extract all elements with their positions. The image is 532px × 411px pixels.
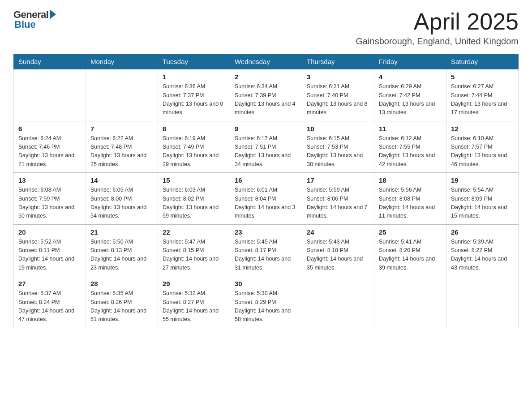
day-info: Sunrise: 5:47 AM Sunset: 8:15 PM Dayligh… <box>163 238 225 273</box>
day-info: Sunrise: 6:29 AM Sunset: 7:42 PM Dayligh… <box>379 82 442 117</box>
day-info: Sunrise: 5:52 AM Sunset: 8:11 PM Dayligh… <box>18 238 81 273</box>
day-number: 24 <box>307 228 369 236</box>
day-number: 2 <box>235 73 297 81</box>
calendar-cell: 25Sunrise: 5:41 AM Sunset: 8:20 PM Dayli… <box>374 224 446 276</box>
day-number: 12 <box>451 125 514 133</box>
day-info: Sunrise: 6:10 AM Sunset: 7:57 PM Dayligh… <box>451 134 514 169</box>
calendar-cell: 21Sunrise: 5:50 AM Sunset: 8:13 PM Dayli… <box>86 224 158 276</box>
logo: General Blue <box>13 9 56 30</box>
calendar-cell: 17Sunrise: 5:59 AM Sunset: 8:06 PM Dayli… <box>302 173 374 225</box>
calendar-cell: 26Sunrise: 5:39 AM Sunset: 8:22 PM Dayli… <box>446 224 519 276</box>
calendar-cell: 4Sunrise: 6:29 AM Sunset: 7:42 PM Daylig… <box>374 69 446 121</box>
logo-arrow-icon <box>50 9 56 19</box>
title-area: April 2025 Gainsborough, England, United… <box>356 9 519 47</box>
location-title: Gainsborough, England, United Kingdom <box>356 36 519 47</box>
day-info: Sunrise: 6:34 AM Sunset: 7:39 PM Dayligh… <box>235 82 297 117</box>
calendar-cell: 3Sunrise: 6:31 AM Sunset: 7:40 PM Daylig… <box>302 69 374 121</box>
calendar-cell: 30Sunrise: 5:30 AM Sunset: 8:29 PM Dayli… <box>230 276 302 328</box>
calendar-cell: 5Sunrise: 6:27 AM Sunset: 7:44 PM Daylig… <box>446 69 519 121</box>
day-info: Sunrise: 6:15 AM Sunset: 7:53 PM Dayligh… <box>307 134 369 169</box>
day-number: 21 <box>90 228 153 236</box>
calendar-cell: 24Sunrise: 5:43 AM Sunset: 8:18 PM Dayli… <box>302 224 374 276</box>
calendar-header-row: SundayMondayTuesdayWednesdayThursdayFrid… <box>14 54 519 69</box>
day-info: Sunrise: 5:35 AM Sunset: 8:26 PM Dayligh… <box>90 289 153 324</box>
calendar-cell: 18Sunrise: 5:56 AM Sunset: 8:08 PM Dayli… <box>374 173 446 225</box>
calendar-cell: 16Sunrise: 6:01 AM Sunset: 8:04 PM Dayli… <box>230 173 302 225</box>
day-number: 7 <box>90 125 153 133</box>
day-number: 22 <box>163 228 225 236</box>
calendar-cell: 23Sunrise: 5:45 AM Sunset: 8:17 PM Dayli… <box>230 224 302 276</box>
day-info: Sunrise: 5:50 AM Sunset: 8:13 PM Dayligh… <box>90 238 153 273</box>
day-info: Sunrise: 6:17 AM Sunset: 7:51 PM Dayligh… <box>235 134 297 169</box>
day-number: 20 <box>18 228 81 236</box>
header-wednesday: Wednesday <box>230 54 302 69</box>
day-number: 30 <box>235 280 297 287</box>
header-friday: Friday <box>374 54 446 69</box>
day-info: Sunrise: 6:19 AM Sunset: 7:49 PM Dayligh… <box>163 134 225 169</box>
calendar-cell: 8Sunrise: 6:19 AM Sunset: 7:49 PM Daylig… <box>158 121 230 173</box>
month-title: April 2025 <box>356 9 519 34</box>
day-number: 14 <box>90 176 153 184</box>
header-tuesday: Tuesday <box>158 54 230 69</box>
day-number: 25 <box>379 228 442 236</box>
day-number: 26 <box>451 228 514 236</box>
calendar-cell: 6Sunrise: 6:24 AM Sunset: 7:46 PM Daylig… <box>14 121 86 173</box>
calendar-cell: 14Sunrise: 6:05 AM Sunset: 8:00 PM Dayli… <box>86 173 158 225</box>
day-number: 3 <box>307 73 369 81</box>
calendar-week-row: 1Sunrise: 6:36 AM Sunset: 7:37 PM Daylig… <box>14 69 519 121</box>
calendar-cell <box>14 69 86 121</box>
day-number: 15 <box>163 176 225 184</box>
logo-blue-text: Blue <box>14 19 36 30</box>
calendar-cell: 10Sunrise: 6:15 AM Sunset: 7:53 PM Dayli… <box>302 121 374 173</box>
calendar-cell: 15Sunrise: 6:03 AM Sunset: 8:02 PM Dayli… <box>158 173 230 225</box>
calendar-cell: 28Sunrise: 5:35 AM Sunset: 8:26 PM Dayli… <box>86 276 158 328</box>
day-info: Sunrise: 5:45 AM Sunset: 8:17 PM Dayligh… <box>235 238 297 273</box>
calendar-cell: 13Sunrise: 6:08 AM Sunset: 7:59 PM Dayli… <box>14 173 86 225</box>
calendar-cell: 7Sunrise: 6:22 AM Sunset: 7:48 PM Daylig… <box>86 121 158 173</box>
header-saturday: Saturday <box>446 54 519 69</box>
day-number: 5 <box>451 73 514 81</box>
header-thursday: Thursday <box>302 54 374 69</box>
day-info: Sunrise: 6:36 AM Sunset: 7:37 PM Dayligh… <box>163 82 225 117</box>
calendar-cell: 29Sunrise: 5:32 AM Sunset: 8:27 PM Dayli… <box>158 276 230 328</box>
page-header: General Blue April 2025 Gainsborough, En… <box>13 9 519 47</box>
day-info: Sunrise: 5:56 AM Sunset: 8:08 PM Dayligh… <box>379 186 442 221</box>
day-info: Sunrise: 6:24 AM Sunset: 7:46 PM Dayligh… <box>18 134 81 169</box>
calendar-cell: 1Sunrise: 6:36 AM Sunset: 7:37 PM Daylig… <box>158 69 230 121</box>
day-number: 9 <box>235 125 297 133</box>
calendar-cell: 22Sunrise: 5:47 AM Sunset: 8:15 PM Dayli… <box>158 224 230 276</box>
day-number: 6 <box>18 125 81 133</box>
day-info: Sunrise: 5:41 AM Sunset: 8:20 PM Dayligh… <box>379 238 442 273</box>
day-number: 1 <box>163 73 225 81</box>
calendar-cell <box>374 276 446 328</box>
day-number: 18 <box>379 176 442 184</box>
day-info: Sunrise: 5:59 AM Sunset: 8:06 PM Dayligh… <box>307 186 369 221</box>
day-info: Sunrise: 6:27 AM Sunset: 7:44 PM Dayligh… <box>451 82 514 117</box>
day-info: Sunrise: 5:54 AM Sunset: 8:09 PM Dayligh… <box>451 186 514 221</box>
calendar-table: SundayMondayTuesdayWednesdayThursdayFrid… <box>13 54 519 328</box>
calendar-cell <box>446 276 519 328</box>
day-number: 17 <box>307 176 369 184</box>
calendar-cell: 27Sunrise: 5:37 AM Sunset: 8:24 PM Dayli… <box>14 276 86 328</box>
day-info: Sunrise: 5:37 AM Sunset: 8:24 PM Dayligh… <box>18 289 81 324</box>
header-sunday: Sunday <box>14 54 86 69</box>
day-info: Sunrise: 6:31 AM Sunset: 7:40 PM Dayligh… <box>307 82 369 117</box>
day-info: Sunrise: 6:08 AM Sunset: 7:59 PM Dayligh… <box>18 186 81 221</box>
calendar-cell <box>302 276 374 328</box>
calendar-cell: 11Sunrise: 6:12 AM Sunset: 7:55 PM Dayli… <box>374 121 446 173</box>
calendar-cell: 19Sunrise: 5:54 AM Sunset: 8:09 PM Dayli… <box>446 173 519 225</box>
calendar-week-row: 6Sunrise: 6:24 AM Sunset: 7:46 PM Daylig… <box>14 121 519 173</box>
calendar-cell <box>86 69 158 121</box>
day-number: 16 <box>235 176 297 184</box>
day-info: Sunrise: 6:22 AM Sunset: 7:48 PM Dayligh… <box>90 134 153 169</box>
day-info: Sunrise: 6:01 AM Sunset: 8:04 PM Dayligh… <box>235 186 297 221</box>
header-monday: Monday <box>86 54 158 69</box>
day-number: 23 <box>235 228 297 236</box>
day-number: 10 <box>307 125 369 133</box>
calendar-week-row: 13Sunrise: 6:08 AM Sunset: 7:59 PM Dayli… <box>14 173 519 225</box>
day-number: 11 <box>379 125 442 133</box>
day-number: 29 <box>163 280 225 287</box>
calendar-cell: 12Sunrise: 6:10 AM Sunset: 7:57 PM Dayli… <box>446 121 519 173</box>
day-info: Sunrise: 6:05 AM Sunset: 8:00 PM Dayligh… <box>90 186 153 221</box>
day-number: 28 <box>90 280 153 287</box>
